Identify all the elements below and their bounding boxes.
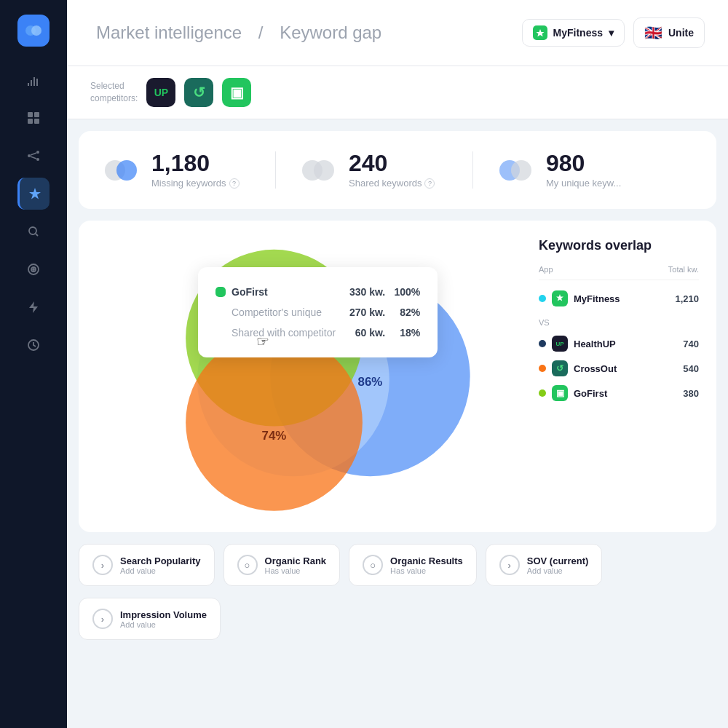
venn-chart-area[interactable]: 76% 86% 74% ☞ GoFirst 330 kw. 100% Compe…	[96, 238, 521, 515]
svg-rect-5	[34, 119, 39, 124]
sidebar-item-search[interactable]	[17, 215, 50, 248]
overlap-row-crossout[interactable]: ↺ CrossOut 540	[539, 356, 699, 381]
shared-keywords-label: Shared keywords ?	[349, 178, 435, 189]
missing-keywords-label: Missing keywords ?	[151, 178, 240, 189]
stat-missing-keywords: 1,180 Missing keywords ?	[102, 151, 276, 189]
filter-section: › Search Popularity Add value ○ Organic …	[67, 544, 728, 598]
venn-icon-shared	[299, 157, 337, 183]
sidebar-item-history[interactable]	[17, 329, 50, 361]
svg-line-9	[31, 153, 36, 155]
organic-results-icon: ○	[363, 555, 383, 575]
organic-results-sub: Has value	[390, 566, 463, 575]
info-icon-shared[interactable]: ?	[424, 178, 435, 189]
gofirst-kw: 380	[683, 388, 699, 399]
search-popularity-title: Search Popularity	[120, 555, 201, 566]
country-selector[interactable]: 🇬🇧 Unite	[633, 17, 705, 48]
chevron-down-icon: ▾	[609, 27, 614, 39]
filter-organic-results[interactable]: ○ Organic Results Has value	[349, 544, 477, 586]
title-market-intelligence: Market intelligence	[96, 23, 242, 42]
svg-point-21	[511, 160, 531, 181]
svg-point-14	[33, 269, 34, 270]
tooltip-unique-kw: 270 kw.	[341, 306, 385, 318]
stats-section: 1,180 Missing keywords ? 240 Shared keyw…	[79, 131, 716, 209]
venn-icon-missing	[102, 157, 140, 183]
sidebar-item-analytics[interactable]	[17, 64, 50, 96]
unique-keywords-number: 980	[546, 151, 621, 175]
svg-point-25	[186, 334, 363, 511]
country-name: Unite	[668, 27, 694, 39]
sidebar-item-flash[interactable]	[17, 291, 50, 323]
brand-selector[interactable]: MyFitness ▾	[522, 19, 625, 47]
info-icon-missing[interactable]: ?	[229, 178, 240, 189]
overlap-col-kw: Total kw.	[668, 265, 699, 274]
organic-rank-sub: Has value	[265, 566, 327, 575]
overlap-color-crossout	[539, 365, 546, 372]
overlap-color-myfitness	[539, 295, 546, 302]
sidebar	[0, 0, 67, 728]
svg-point-6	[28, 154, 31, 157]
overlap-color-gofirst	[539, 389, 546, 397]
overlap-row-myfitness[interactable]: MyFitness 1,210	[539, 286, 699, 311]
overlap-color-healthup	[539, 340, 546, 347]
tooltip-dot-gofirst	[215, 287, 226, 297]
healthup-icon: UP	[552, 336, 568, 352]
filter-search-popularity[interactable]: › Search Popularity Add value	[79, 544, 215, 586]
missing-keywords-number: 1,180	[151, 151, 240, 175]
tooltip: GoFirst 330 kw. 100% Competitor's unique…	[198, 267, 438, 357]
overlap-col-app: App	[539, 265, 553, 274]
overlap-row-healthup[interactable]: UP HealthUP 740	[539, 331, 699, 356]
vs-label: VS	[539, 318, 699, 327]
tooltip-title: GoFirst	[232, 286, 336, 298]
sidebar-item-connections[interactable]	[17, 140, 50, 172]
tooltip-unique-label: Competitor's unique	[232, 306, 336, 318]
tooltip-total-kw: 330 kw.	[341, 286, 385, 298]
overlap-title: Keywords overlap	[539, 238, 699, 253]
sidebar-item-dashboard[interactable]	[17, 102, 50, 134]
competitor-crossout[interactable]: ↺	[184, 78, 213, 107]
shared-keywords-number: 240	[349, 151, 435, 175]
svg-rect-3	[34, 112, 39, 117]
competitor-healthup[interactable]: UP	[146, 78, 175, 107]
sov-current-icon: ›	[499, 555, 520, 575]
myfitness-name: MyFitness	[574, 293, 669, 304]
svg-point-1	[31, 25, 41, 36]
stat-shared-keywords: 240 Shared keywords ?	[299, 151, 473, 189]
filter-impression-volume[interactable]: › Impression Volume Add value	[79, 598, 221, 640]
main-content: Market intelligence / Keyword gap MyFitn…	[67, 0, 728, 728]
organic-results-title: Organic Results	[390, 555, 463, 566]
venn-section: 76% 86% 74% ☞ GoFirst 330 kw. 100% Compe…	[79, 221, 716, 532]
impression-volume-sub: Add value	[120, 620, 207, 629]
competitor-gofirst[interactable]: ▣	[222, 78, 251, 107]
overlap-row-gofirst[interactable]: ▣ GoFirst 380	[539, 381, 699, 405]
svg-point-8	[36, 158, 39, 161]
page-title: Market intelligence / Keyword gap	[90, 23, 387, 43]
stat-unique-keywords: 980 My unique keyw...	[496, 151, 670, 189]
unique-keywords-label: My unique keyw...	[546, 178, 621, 189]
search-popularity-icon: ›	[92, 555, 113, 575]
myfitness-icon	[552, 290, 568, 306]
healthup-name: HealthUP	[574, 339, 677, 349]
search-popularity-sub: Add value	[120, 566, 201, 575]
venn-icon-unique	[496, 157, 534, 183]
app-logo[interactable]	[17, 15, 50, 47]
overlap-table: App Total kw. MyFitness 1,210 VS	[539, 265, 699, 405]
crossout-kw: 540	[683, 363, 699, 374]
competitors-label: Selectedcompetitors:	[90, 80, 138, 105]
filter-organic-rank[interactable]: ○ Organic Rank Has value	[223, 544, 341, 586]
sidebar-item-target[interactable]	[17, 253, 50, 285]
tooltip-total-pct: 100%	[391, 286, 420, 298]
tooltip-unique-pct: 82%	[391, 306, 420, 318]
gofirst-icon: ▣	[552, 385, 568, 401]
tooltip-shared-pct: 18%	[391, 327, 420, 339]
overlap-panel: Keywords overlap App Total kw. MyFitness…	[539, 238, 699, 515]
crossout-icon: ↺	[552, 360, 568, 376]
svg-point-7	[36, 151, 39, 154]
svg-line-10	[31, 157, 36, 159]
sidebar-item-keyword-gap[interactable]	[17, 178, 50, 210]
tooltip-shared-label: Shared with competitor	[232, 327, 336, 339]
svg-rect-2	[28, 112, 33, 117]
crossout-name: CrossOut	[574, 363, 677, 374]
svg-text:86%: 86%	[358, 375, 383, 389]
filter-sov-current[interactable]: › SOV (current) Add value	[486, 544, 603, 586]
title-keyword-gap: Keyword gap	[280, 23, 381, 42]
